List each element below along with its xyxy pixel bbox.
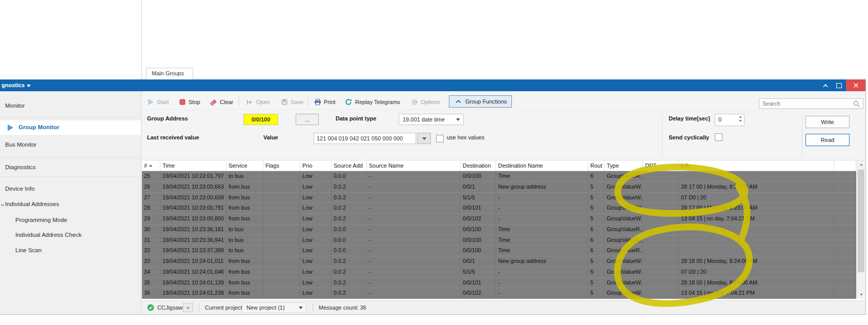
telegram-row[interactable]: 2819/04/2021 10:23:00,791from busLow0.0.… [142,203,856,214]
cell-info: 13 04 15 | no day, 7:04:21 PM [679,214,834,224]
status-separator [313,303,313,312]
toolbar: Start Stop Clear Open Save [142,91,865,110]
pane-divider-horizontal [0,75,141,75]
column-header-prio[interactable]: Prio [300,160,332,171]
column-header-num[interactable]: # [142,160,160,171]
column-header-rout[interactable]: Rout [588,160,605,171]
spin-up-icon[interactable] [739,116,742,118]
save-button-label: Save [291,99,303,105]
start-button-label: Start [157,99,169,105]
open-button[interactable]: Open [246,96,270,108]
cell-destination: 0/0/101 [461,203,496,213]
telegram-row[interactable]: 2919/04/2021 10:23:00,890from busLow0.0.… [142,214,856,225]
expander-chevron-icon[interactable] [1,204,5,207]
cell-info [679,171,834,181]
stop-button[interactable]: Stop [179,96,200,108]
group-address-input[interactable] [243,114,278,125]
cell-num: 30 [142,225,160,235]
cell-filler [834,182,856,192]
chevron-up-icon [455,99,462,104]
column-header-source_name[interactable]: Source Name [367,160,461,171]
cell-source_name: - [367,193,461,203]
column-header-dpt[interactable]: DPT [643,160,679,171]
browse-button[interactable]: ... [296,114,319,125]
column-header-filler[interactable] [834,160,856,171]
read-button[interactable]: Read [805,134,850,146]
telegram-row[interactable]: 3219/04/2021 10:23:37,389to busLow0.0.0-… [142,246,856,256]
cell-rout: 5 [588,193,605,203]
vertical-scrollbar[interactable] [857,160,865,299]
scrollbar-thumb[interactable] [858,170,864,272]
column-header-info[interactable]: Info [679,160,834,171]
cell-destination_name: Time [496,225,588,235]
sidebar-item-individual-addresses[interactable]: Individual Addresses [5,201,59,207]
telegram-row[interactable]: 3619/04/2021 10:24:01,238from busLow0.0.… [142,288,856,299]
cell-dpt [643,246,679,256]
cell-destination: 0/0/100 [461,171,496,181]
options-button[interactable]: Options [411,96,440,108]
clear-button[interactable]: Clear [210,96,233,108]
connection-name[interactable]: CCJigsaw [157,304,183,311]
telegram-row[interactable]: 3519/04/2021 10:24:01,139from busLow0.0.… [142,278,856,289]
sidebar-item-line-scan[interactable]: Line Scan [15,247,42,253]
write-button[interactable]: Write [805,116,850,128]
cell-destination_name: - [496,278,588,288]
save-button[interactable]: Save [281,96,303,108]
start-button[interactable]: Start [147,96,169,108]
search-input[interactable] [759,99,855,108]
column-header-destination[interactable]: Destination [461,160,496,171]
telegram-row[interactable]: 2519/04/2021 10:22:01,797to busLow0.0.0-… [142,171,856,182]
window-title: gnostics [2,79,25,91]
cell-type: GroupValueW... [605,182,643,192]
cell-time: 19/04/2021 10:23:36,941 [160,235,226,246]
column-header-service[interactable]: Service [226,160,263,171]
sidebar-item-individual-address-check[interactable]: Individual Address Check [15,232,81,238]
column-header-time[interactable]: Time [160,160,226,171]
data-point-type-value: 19.001 date time [399,116,456,123]
telegram-row[interactable]: 3119/04/2021 10:23:36,941to busLow0.0.0-… [142,235,856,246]
cell-source_name: - [367,171,461,181]
use-hex-values-checkbox[interactable] [436,135,444,143]
sidebar-item-bus-monitor[interactable]: Bus Monitor [5,141,36,148]
delay-time-spinner[interactable]: 0 [715,114,745,126]
current-project-combo[interactable]: New project (1) [242,302,306,313]
replay-telegrams-button[interactable]: Replay Telegrams [345,96,400,108]
cell-filler [834,171,856,181]
column-header-type[interactable]: Type [605,160,643,171]
cell-filler [834,203,856,213]
telegram-row[interactable]: 2719/04/2021 10:23:00,699from busLow0.0.… [142,193,856,204]
value-dropdown-button[interactable] [417,133,431,144]
telegram-row[interactable]: 3419/04/2021 10:24:01,046from busLow0.0.… [142,267,856,278]
telegram-row[interactable]: 3019/04/2021 10:23:36,181to busLow0.0.0-… [142,225,856,235]
current-project-label: Current project: [205,304,244,311]
telegram-row[interactable]: 2619/04/2021 10:23:00,663from busLow0.0.… [142,182,856,193]
titlebar[interactable]: gnostics [0,79,865,91]
open-folder-icon [246,98,254,106]
scroll-down-button[interactable] [857,291,865,299]
close-button[interactable] [846,79,865,91]
spin-down-icon[interactable] [739,120,742,122]
status-expand-button[interactable] [183,303,193,312]
column-header-destination_name[interactable]: Destination Name [496,160,588,171]
sidebar-item-programming-mode[interactable]: Programming Mode [15,217,67,223]
spinner-arrows[interactable] [739,116,742,122]
telegram-row[interactable]: 3319/04/2021 10:24:01,011from busLow0.0.… [142,256,856,267]
cell-destination_name: New group address [496,182,588,192]
cell-type: GroupValueW... [605,278,643,288]
sidebar-item-group-monitor[interactable]: Group Monitor [0,120,141,135]
group-functions-button[interactable]: Group Functions [449,95,512,108]
data-point-type-combo[interactable]: 19.001 date time [399,114,464,125]
column-header-flags[interactable]: Flags [263,160,300,171]
maximize-button[interactable] [832,79,846,91]
print-button[interactable]: Print [314,96,336,108]
sidebar-item-device-info[interactable]: Device Info [5,186,35,192]
tab-main-groups[interactable]: Main Groups [146,68,193,79]
send-cyclically-checkbox[interactable] [715,133,722,141]
cell-service: from bus [226,182,263,192]
scroll-up-button[interactable] [857,160,865,169]
collapse-window-button[interactable] [818,79,832,91]
column-header-source_addr[interactable]: Source Add [332,160,367,171]
cell-type: GroupValueW... [605,193,643,203]
value-input[interactable] [314,133,416,144]
cell-source_addr: 0.0.2 [332,256,367,267]
